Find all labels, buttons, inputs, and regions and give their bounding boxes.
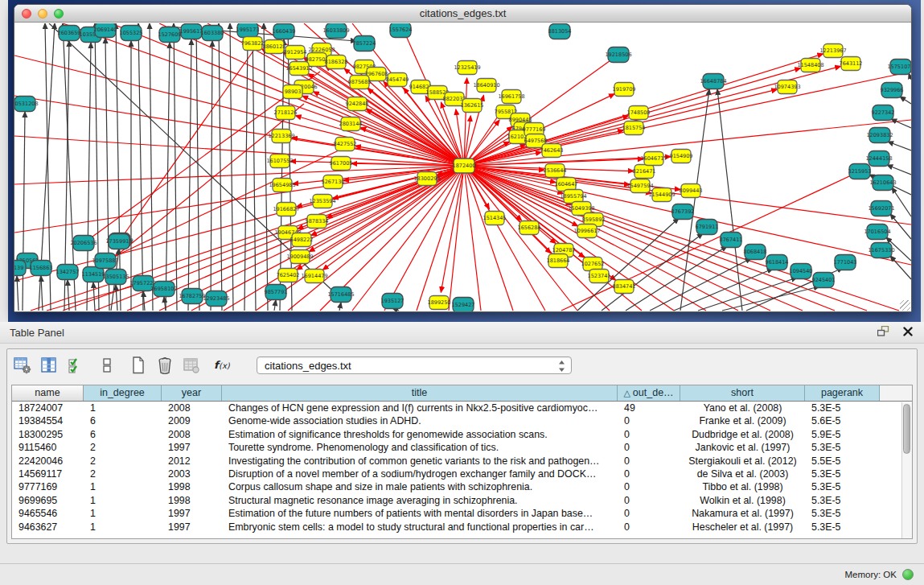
graph-node[interactable]: 1748508 xyxy=(627,106,651,120)
graph-node[interactable]: 1557624 xyxy=(389,23,413,38)
graph-node[interactable]: 2718126 xyxy=(274,106,298,120)
table-settings-icon[interactable] xyxy=(12,355,33,376)
citation-edge[interactable] xyxy=(890,256,911,279)
rows-icon[interactable] xyxy=(97,355,117,376)
graph-node[interactable]: 11675330 xyxy=(868,243,894,258)
graph-node[interactable]: 8454749 xyxy=(386,73,409,87)
graph-node[interactable]: 9227342 xyxy=(872,105,895,121)
graph-node[interactable]: 16543912 xyxy=(285,62,312,76)
graph-node[interactable]: 9875685 xyxy=(348,76,372,89)
graph-node[interactable]: 9617005 xyxy=(330,157,353,171)
graph-node[interactable]: 1899250 xyxy=(428,296,451,310)
graph-node[interactable]: 8767392 xyxy=(671,204,695,220)
citation-edge[interactable] xyxy=(196,23,199,311)
graph-node[interactable]: 3215953 xyxy=(848,164,872,179)
graph-node[interactable]: 19009489 xyxy=(286,250,313,264)
graph-node[interactable]: 11548408 xyxy=(797,59,823,72)
column-edit-icon[interactable] xyxy=(39,355,60,376)
table-row[interactable]: 969969511998Structural magnetic resonanc… xyxy=(12,494,912,507)
graph-node[interactable]: 1818664 xyxy=(547,254,570,268)
graph-node[interactable]: 9245401 xyxy=(812,273,836,288)
column-header-in_degree[interactable]: in_degree xyxy=(84,385,162,401)
graph-node[interactable]: 98903 xyxy=(283,85,302,99)
citation-edge[interactable] xyxy=(900,97,911,104)
citation-edge[interactable] xyxy=(174,23,177,311)
delete-table-icon[interactable] xyxy=(154,355,175,376)
graph-node[interactable]: 5878334 xyxy=(306,215,329,229)
graph-node[interactable]: 1919709 xyxy=(613,83,636,97)
graph-node[interactable]: 1529427 xyxy=(452,298,475,312)
column-header-name[interactable]: name xyxy=(12,385,84,401)
graph-node[interactable]: 1935127 xyxy=(381,294,405,309)
graph-node[interactable]: 12923485 xyxy=(203,291,229,307)
citation-edge[interactable] xyxy=(464,166,481,311)
graph-node[interactable]: 16914479 xyxy=(301,270,327,283)
citation-edge[interactable] xyxy=(302,96,464,166)
table-scrollbar-thumb[interactable] xyxy=(903,404,910,454)
graph-node[interactable]: 9329966 xyxy=(881,83,904,98)
graph-node[interactable]: 16648784 xyxy=(700,74,726,89)
graph-node[interactable]: 15751074 xyxy=(887,60,911,75)
citation-edge[interactable] xyxy=(159,23,464,166)
graph-node[interactable]: 10996617 xyxy=(573,225,600,238)
graph-node[interactable]: 8099443 xyxy=(680,184,703,198)
function-builder-icon[interactable]: f(x) xyxy=(213,355,234,376)
network-window-titlebar[interactable]: citations_edges.txt xyxy=(14,5,911,23)
graph-node[interactable]: 6791911 xyxy=(696,220,719,235)
table-row[interactable]: 1830029562008Estimation of significance … xyxy=(12,428,912,441)
table-scrollbar[interactable] xyxy=(901,402,912,538)
graph-node[interactable]: 1603380 xyxy=(201,26,224,41)
graph-node[interactable]: 1342757 xyxy=(56,265,80,280)
graph-node[interactable]: 2603659 xyxy=(58,26,81,41)
graph-node[interactable]: 1815754 xyxy=(622,122,646,135)
graph-node[interactable]: 15497594 xyxy=(626,179,653,193)
citation-edge[interactable] xyxy=(150,23,153,311)
citation-edge[interactable] xyxy=(890,214,911,239)
graph-node[interactable]: 1656284 xyxy=(518,221,541,235)
column-header-pagerank[interactable]: pagerank xyxy=(805,385,880,401)
graph-node[interactable]: 1055325 xyxy=(120,26,143,41)
close-panel-icon[interactable] xyxy=(903,327,913,339)
graph-node[interactable]: 20206536 xyxy=(70,236,97,251)
graph-node[interactable]: 17016504 xyxy=(864,225,890,240)
graph-node[interactable]: 16958107 xyxy=(150,282,177,297)
column-header-year[interactable]: year xyxy=(162,385,222,401)
graph-node[interactable]: 2803144 xyxy=(339,117,363,131)
citation-graph[interactable]: 2603659103557120691401055325152760919956… xyxy=(14,23,911,311)
graph-node[interactable]: 16782759 xyxy=(179,289,205,304)
table-row[interactable]: 2242004622012Investigating the contribut… xyxy=(12,455,912,468)
graph-node[interactable]: 1995173 xyxy=(236,23,260,38)
column-header-out_de[interactable]: △out_de… xyxy=(618,385,680,401)
citation-edge[interactable] xyxy=(23,112,25,311)
import-table-icon[interactable] xyxy=(181,355,202,376)
citation-edge[interactable] xyxy=(887,165,911,175)
minimize-window-button[interactable] xyxy=(38,9,47,19)
graph-node[interactable]: 1156863 xyxy=(30,261,53,276)
citation-edge[interactable] xyxy=(138,23,143,311)
graph-node[interactable]: 12325419 xyxy=(454,61,480,75)
citation-edge[interactable] xyxy=(188,39,191,311)
citation-edge[interactable] xyxy=(14,166,464,184)
citation-edge[interactable] xyxy=(339,303,341,311)
graph-node[interactable]: 16961758 xyxy=(498,90,524,104)
graph-node[interactable]: 8834741 xyxy=(613,280,636,294)
citation-edge[interactable] xyxy=(166,43,170,311)
table-selector-dropdown[interactable]: citations_edges.txt xyxy=(257,356,572,374)
graph-node[interactable]: 1134519 xyxy=(82,267,105,282)
graph-node[interactable]: 19166827 xyxy=(273,203,299,216)
graph-node[interactable]: 12093832 xyxy=(866,128,893,143)
citation-edge[interactable] xyxy=(31,166,464,311)
citation-edge[interactable] xyxy=(253,23,256,311)
table-row[interactable]: 946554611997Estimation of the future num… xyxy=(12,507,912,520)
graph-node[interactable]: 1527609 xyxy=(158,27,182,43)
table-row[interactable]: 946362711997Embryonic stem cells: a mode… xyxy=(12,521,912,534)
graph-node[interactable]: 9618414 xyxy=(766,255,789,270)
graph-node[interactable]: 1872400 xyxy=(453,159,476,173)
graph-node[interactable]: 9154909 xyxy=(670,150,693,163)
graph-node[interactable]: 7963822 xyxy=(241,37,265,51)
table-row[interactable]: 1872400712008Changes of HCN gene express… xyxy=(12,402,912,414)
graph-node[interactable]: 8068418 xyxy=(744,245,767,260)
graph-node[interactable]: 13505135 xyxy=(102,270,129,285)
graph-node[interactable]: 19218506 xyxy=(605,47,631,63)
float-panel-icon[interactable] xyxy=(877,326,889,339)
